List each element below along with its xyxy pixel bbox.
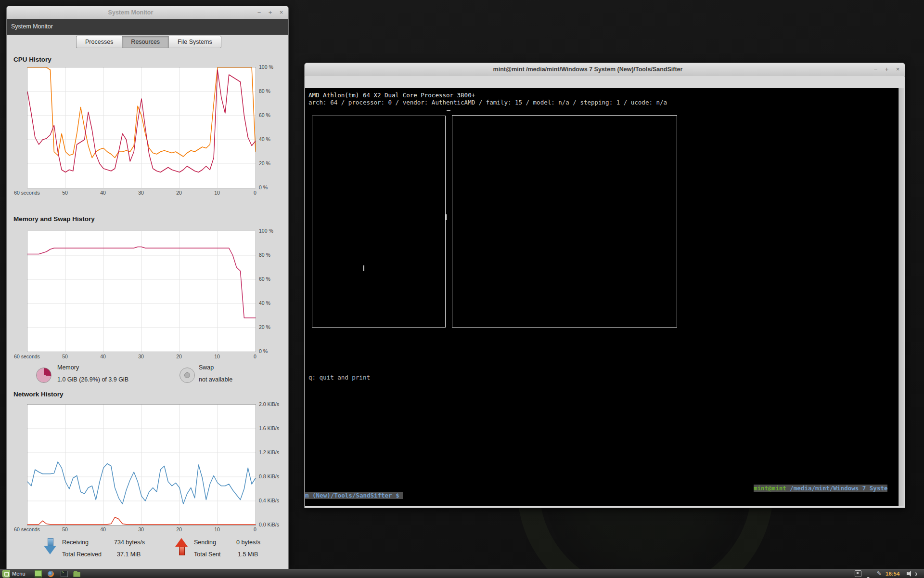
files-icon <box>73 572 80 577</box>
x-axis-label: 50 <box>62 354 68 359</box>
x-axis-label: 40 <box>100 526 106 532</box>
tab-resources[interactable]: Resources <box>122 36 168 48</box>
cpu-history-heading: CPU History <box>13 56 51 63</box>
x-axis-label: 10 <box>214 190 220 196</box>
x-axis-label: 50 <box>62 190 68 196</box>
y-axis-label: 1.6 KiB/s <box>259 425 279 431</box>
maximize-button[interactable]: + <box>266 9 274 17</box>
key-binding-quit: q: quit and print <box>308 374 370 381</box>
swap-value: not available <box>199 376 232 383</box>
mint-logo-icon <box>2 570 10 578</box>
terminal-scrollbar[interactable] <box>898 88 904 506</box>
input-device-tray-icon[interactable] <box>855 570 861 577</box>
system-monitor-titlebar[interactable]: System Monitor −+× <box>7 6 288 20</box>
x-axis-label: 10 <box>214 354 220 359</box>
x-axis-label: 60 seconds <box>14 526 40 532</box>
show-desktop-icon <box>35 570 42 578</box>
system-monitor-window: System Monitor −+× System Monitor Proces… <box>6 6 289 569</box>
y-axis-label: 1.2 KiB/s <box>259 449 279 455</box>
sending-value: 0 bytes/s <box>236 539 260 546</box>
memory-swap-heading: Memory and Swap History <box>13 215 95 223</box>
x-axis-label: 30 <box>138 526 144 532</box>
memory-x-axis: 60 seconds50403020100 <box>27 354 255 360</box>
shell-prompt-line2[interactable]: m (New)/Tools/SandSifter $ <box>305 492 403 499</box>
terminal-icon <box>61 571 68 577</box>
terminal-menubar <box>305 76 904 88</box>
cpu-info-line1: AMD Athlon(tm) 64 X2 Dual Core Processor… <box>308 92 475 99</box>
launcher-terminal[interactable] <box>61 569 68 578</box>
launcher-files[interactable] <box>73 569 80 578</box>
menu-button-label: Menu <box>12 571 26 577</box>
total-received-label: Total Received <box>62 551 102 558</box>
y-axis-label: 80 % <box>259 88 270 94</box>
y-axis-label: 20 % <box>259 324 270 330</box>
y-axis-label: 0.8 KiB/s <box>259 473 279 479</box>
y-axis-label: 100 % <box>259 64 273 70</box>
shell-prompt-line1: mint@mint /media/mint/Windows 7 Syste <box>754 485 887 492</box>
receiving-label: Receiving <box>62 539 89 546</box>
network-y-axis: 2.0 KiB/s1.6 KiB/s1.2 KiB/s0.8 KiB/s0.4 … <box>259 404 287 525</box>
terminal-window: mint@mint /media/mint/Windows 7 System (… <box>304 63 905 508</box>
clock[interactable]: 16:54 <box>886 569 899 578</box>
x-axis-label: 0 <box>254 354 257 359</box>
volume-icon[interactable] <box>907 571 916 577</box>
x-axis-label: 60 seconds <box>14 354 40 359</box>
swap-label: Swap <box>199 364 214 371</box>
maximize-button[interactable]: + <box>883 66 891 74</box>
network-history-heading: Network History <box>13 391 64 398</box>
receiving-value: 734 bytes/s <box>114 539 145 546</box>
y-axis-label: 20 % <box>259 160 270 166</box>
total-sent-value: 1.5 MiB <box>238 551 258 558</box>
tab-file-systems[interactable]: File Systems <box>168 36 221 48</box>
desktop: System Monitor −+× System Monitor Proces… <box>0 0 924 578</box>
y-axis-label: 80 % <box>259 252 270 258</box>
sending-arrow-icon <box>175 537 188 555</box>
instruction-tree-panel[interactable] <box>312 116 446 328</box>
network-history-chart <box>27 404 256 525</box>
memory-pie-icon <box>36 368 51 383</box>
launcher-firefox[interactable] <box>48 569 54 578</box>
x-axis-label: 20 <box>176 354 182 359</box>
close-button[interactable]: × <box>894 66 902 74</box>
memory-value: 1.0 GiB (26.9%) of 3.9 GiB <box>57 376 128 383</box>
y-axis-label: 100 % <box>259 228 273 234</box>
minimize-button[interactable]: − <box>872 66 880 74</box>
menu-button[interactable]: Menu <box>2 569 26 578</box>
cpu-x-axis: 60 seconds50403020100 <box>27 190 255 197</box>
x-axis-label: 20 <box>176 526 182 532</box>
window-title: System Monitor <box>7 6 255 19</box>
terminal-titlebar[interactable]: mint@mint /media/mint/Windows 7 System (… <box>305 63 905 77</box>
x-axis-label: 40 <box>100 190 106 196</box>
y-axis-label: 0 % <box>259 348 268 354</box>
y-axis-label: 40 % <box>259 300 270 306</box>
firefox-icon <box>48 571 54 577</box>
terminal-content[interactable]: AMD Athlon(tm) 64 X2 Dual Core Processor… <box>305 88 899 506</box>
y-axis-label: 40 % <box>259 136 270 142</box>
network-x-axis: 60 seconds50403020100 <box>27 526 255 533</box>
swap-icon <box>180 368 195 383</box>
x-axis-label: 20 <box>176 190 182 196</box>
system-monitor-menubar: System Monitor <box>7 19 288 35</box>
window-title: mint@mint /media/mint/Windows 7 System (… <box>305 63 871 76</box>
cpu-info-line2: arch: 64 / processor: 0 / vendor: Authen… <box>308 99 667 106</box>
prompt-path: /media/mint/Windows 7 Syste <box>786 485 888 492</box>
tab-processes[interactable]: Processes <box>76 36 122 48</box>
x-axis-label: 50 <box>62 526 68 532</box>
y-axis-label: 60 % <box>259 276 270 282</box>
launcher-show-desktop[interactable] <box>35 569 42 578</box>
x-axis-label: 10 <box>214 526 220 532</box>
x-axis-label: 0 <box>254 526 257 532</box>
menu-item-system-monitor[interactable]: System Monitor <box>7 19 57 34</box>
close-button[interactable]: × <box>277 9 285 17</box>
memory-history-chart <box>27 231 256 352</box>
cursor-artifact <box>446 214 447 220</box>
instruction-info-panel <box>452 115 677 328</box>
screen-artifact <box>447 110 450 111</box>
taskbar: Menu ✎ 16:54 <box>0 569 924 578</box>
minimize-button[interactable]: − <box>255 9 263 17</box>
input-method-tray-icon[interactable]: ✎ <box>877 570 881 577</box>
total-sent-label: Total Sent <box>194 551 221 558</box>
total-received-value: 37.1 MiB <box>117 551 141 558</box>
prompt-user: mint@mint <box>754 485 786 492</box>
cpu-y-axis: 100 %80 %60 %40 %20 %0 % <box>259 67 287 187</box>
